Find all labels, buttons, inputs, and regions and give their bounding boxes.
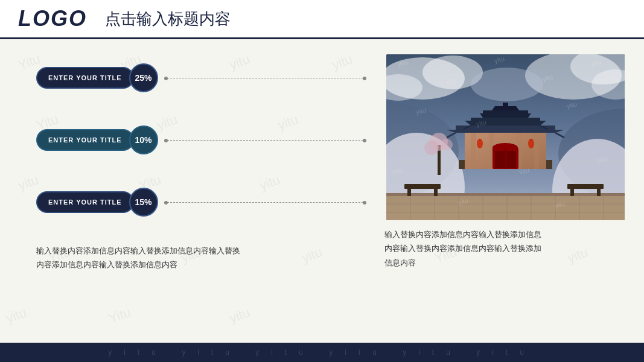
- percent-circle-2[interactable]: 10%: [129, 125, 158, 154]
- logo: LOGO: [18, 6, 87, 31]
- svg-point-7: [471, 68, 543, 101]
- footer: yitu yitu yitu yitu yitu yitu: [0, 343, 644, 362]
- svg-rect-44: [456, 125, 555, 133]
- description-text[interactable]: 输入替换内容添加信息内容输入替换添加信息内容输入替换内容添加信息内容输入替换添加…: [36, 244, 241, 272]
- dashed-line-1: [164, 78, 366, 78]
- percent-circle-1[interactable]: 25%: [129, 63, 158, 92]
- item-row-1: ENTER YOUR TITLE 25%: [36, 63, 372, 92]
- svg-point-55: [477, 139, 483, 148]
- svg-point-62: [441, 139, 453, 151]
- svg-rect-28: [567, 184, 604, 189]
- svg-rect-25: [404, 184, 441, 189]
- svg-rect-41: [506, 151, 516, 168]
- svg-rect-29: [570, 189, 574, 196]
- svg-rect-48: [483, 110, 528, 118]
- svg-point-61: [424, 141, 439, 155]
- svg-rect-34: [471, 130, 476, 169]
- title-badge-3[interactable]: ENTER YOUR TITLE: [36, 191, 134, 213]
- header-title[interactable]: 点击输入标题内容: [105, 8, 231, 30]
- dashed-line-3: [164, 202, 366, 203]
- right-panel: yitu yitu yitu yitu yitu yitu yitu yitu …: [384, 51, 626, 332]
- image-description: 输入替换内容添加信息内容输入替换添加信息内容输入替换内容添加信息内容输入替换添加…: [384, 227, 541, 270]
- svg-rect-27: [434, 189, 438, 196]
- item-row-2: ENTER YOUR TITLE 10%: [36, 125, 372, 154]
- item-row-3: ENTER YOUR TITLE 15%: [36, 188, 372, 217]
- dashed-line-2: [164, 140, 366, 141]
- footer-watermark: yitu yitu yitu yitu yitu yitu: [108, 348, 536, 357]
- title-badge-1[interactable]: ENTER YOUR TITLE: [36, 67, 134, 89]
- svg-rect-30: [597, 189, 601, 196]
- svg-rect-37: [534, 130, 539, 169]
- building-image: yitu yitu yitu yitu yitu yitu yitu yitu …: [386, 54, 625, 220]
- title-badge-2[interactable]: ENTER YOUR TITLE: [36, 129, 134, 151]
- slide: Yitu yitu yitu yitu yitu yitu Yitu yitu …: [0, 0, 644, 362]
- percent-circle-3[interactable]: 15%: [129, 188, 158, 217]
- svg-rect-26: [407, 189, 411, 196]
- svg-rect-50: [503, 103, 508, 109]
- svg-rect-40: [495, 151, 505, 168]
- left-panel: ENTER YOUR TITLE 25% ENTER YOUR TITLE 10…: [36, 51, 372, 332]
- svg-point-57: [528, 139, 534, 148]
- main-content: ENTER YOUR TITLE 25% ENTER YOUR TITLE 10…: [0, 39, 644, 362]
- svg-rect-13: [386, 196, 625, 220]
- header: LOGO 点击输入标题内容: [0, 0, 644, 39]
